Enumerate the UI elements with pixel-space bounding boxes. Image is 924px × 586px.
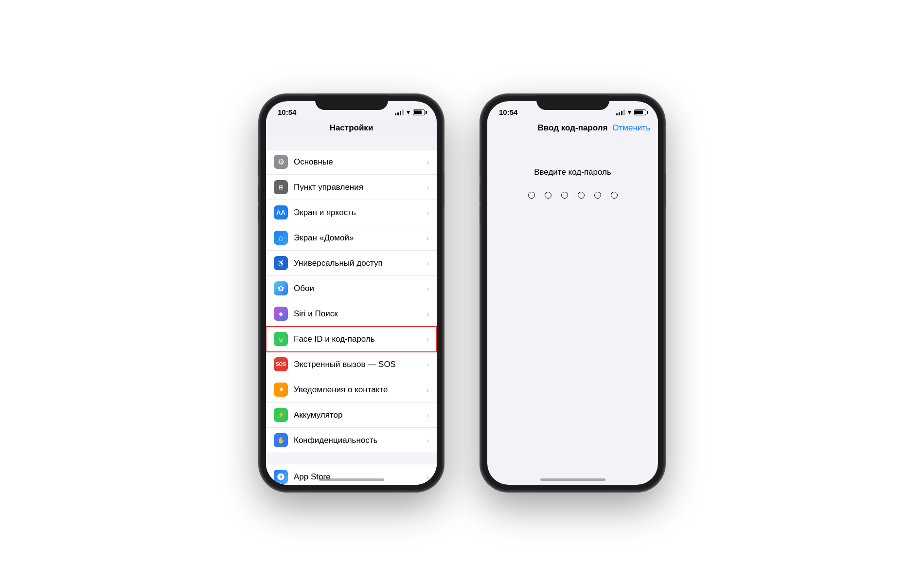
label-sos: Экстренный вызов — SOS <box>294 360 426 369</box>
label-access: Универсальный доступ <box>294 258 426 268</box>
chevron-contacts: › <box>426 386 429 394</box>
list-item-privacy[interactable]: ✋ Конфиденциальность › <box>266 428 437 453</box>
label-privacy: Конфиденциальность <box>294 436 426 445</box>
label-contacts: Уведомления о контакте <box>294 385 426 395</box>
list-item-sos[interactable]: SOS Экстренный вызов — SOS › <box>266 352 437 377</box>
list-item-battery[interactable]: ⚡ Аккумулятор › <box>266 403 437 428</box>
icon-ekran: AA <box>274 205 288 220</box>
settings-group-1: ⚙ Основные › ⊞ Пункт управления › <box>266 149 437 453</box>
dot-1 <box>528 192 535 199</box>
list-item-wallpaper[interactable]: ✿ Обои › <box>266 276 437 301</box>
dot-4 <box>578 192 585 199</box>
list-item-access[interactable]: ♿ Универсальный доступ › <box>266 251 437 276</box>
time: 10:54 <box>278 108 296 116</box>
dot-6 <box>611 192 618 199</box>
passcode-content: Введите код-пароль <box>487 138 658 199</box>
icon-faceid: ☺ <box>274 332 288 346</box>
dot-3 <box>561 192 568 199</box>
list-item-contacts[interactable]: ✱ Уведомления о контакте › <box>266 377 437 403</box>
iphone-passcode: 10:54 ▾ Ввод код-пароля Отменить В <box>481 95 664 491</box>
settings-group-2: App Store › ▤ Wallet и Apple Pay › <box>266 464 437 485</box>
dot-2 <box>545 192 551 199</box>
list-item-appstore[interactable]: App Store › <box>266 464 437 485</box>
notch <box>315 95 388 110</box>
home-indicator-1 <box>319 478 384 481</box>
chevron-osnovnye: › <box>426 158 429 166</box>
chevron-siri: › <box>426 310 429 318</box>
wifi-icon: ▾ <box>407 109 410 116</box>
label-wallpaper: Обои <box>294 284 426 293</box>
chevron-access: › <box>426 259 429 267</box>
chevron-sos: › <box>426 361 429 368</box>
chevron-wallpaper: › <box>426 285 429 293</box>
chevron-privacy: › <box>426 437 429 444</box>
label-faceid: Face ID и код-пароль <box>294 334 426 344</box>
list-item-osnovnye[interactable]: ⚙ Основные › <box>266 149 437 175</box>
cancel-button[interactable]: Отменить <box>612 123 650 133</box>
passcode-prompt: Введите код-пароль <box>534 167 611 177</box>
icon-osnovnye: ⚙ <box>274 155 288 169</box>
dot-5 <box>594 192 601 199</box>
signal-icon-2 <box>616 110 625 115</box>
label-ekran: Экран и яркость <box>294 208 426 218</box>
label-osnovnye: Основные <box>294 157 426 167</box>
screen-settings: 10:54 ▾ Настройки <box>266 101 437 485</box>
list-item-faceid[interactable]: ☺ Face ID и код-пароль › <box>266 327 437 352</box>
signal-icon <box>395 110 404 115</box>
icon-punkt: ⊞ <box>274 180 288 194</box>
settings-title: Настройки <box>330 123 373 133</box>
passcode-title: Ввод код-пароля <box>538 123 608 133</box>
passcode-nav: Ввод код-пароля Отменить <box>487 118 658 138</box>
wifi-icon-2: ▾ <box>628 109 631 116</box>
chevron-appstore: › <box>426 473 429 481</box>
label-home: Экран «Домой» <box>294 233 426 243</box>
time-2: 10:54 <box>499 108 517 116</box>
chevron-battery: › <box>426 411 429 419</box>
label-battery: Аккумулятор <box>294 410 426 420</box>
passcode-dots <box>528 192 618 199</box>
status-icons-2: ▾ <box>616 109 646 116</box>
icon-wallpaper: ✿ <box>274 281 288 295</box>
icon-battery: ⚡ <box>274 408 288 422</box>
chevron-ekran: › <box>426 209 429 217</box>
chevron-home: › <box>426 234 429 242</box>
settings-nav: Настройки <box>266 118 437 138</box>
settings-list: ⚙ Основные › ⊞ Пункт управления › <box>266 138 437 485</box>
icon-contacts: ✱ <box>274 383 288 397</box>
list-item-punkt[interactable]: ⊞ Пункт управления › <box>266 175 437 200</box>
chevron-faceid: › <box>426 335 429 343</box>
icon-appstore <box>274 470 288 484</box>
status-icons: ▾ <box>395 109 425 116</box>
icon-access: ♿ <box>274 256 288 270</box>
icon-siri: ● <box>274 307 288 321</box>
icon-privacy: ✋ <box>274 433 288 447</box>
home-indicator-2 <box>540 478 605 481</box>
notch-2 <box>536 95 609 110</box>
icon-home: ⌂ <box>274 231 288 245</box>
label-siri: Siri и Поиск <box>294 309 426 319</box>
settings-scroll[interactable]: ⚙ Основные › ⊞ Пункт управления › <box>266 138 437 485</box>
battery-icon <box>413 110 425 115</box>
list-item-home[interactable]: ⌂ Экран «Домой» › <box>266 225 437 251</box>
battery-fill <box>414 110 422 114</box>
battery-fill-2 <box>635 110 643 114</box>
screen-passcode: 10:54 ▾ Ввод код-пароля Отменить В <box>487 101 658 485</box>
list-item-siri[interactable]: ● Siri и Поиск › <box>266 301 437 327</box>
chevron-punkt: › <box>426 183 429 191</box>
icon-sos: SOS <box>274 357 288 371</box>
list-item-ekran[interactable]: AA Экран и яркость › <box>266 200 437 225</box>
label-punkt: Пункт управления <box>294 183 426 192</box>
iphone-settings: 10:54 ▾ Настройки <box>260 95 443 491</box>
battery-icon-2 <box>634 110 646 115</box>
